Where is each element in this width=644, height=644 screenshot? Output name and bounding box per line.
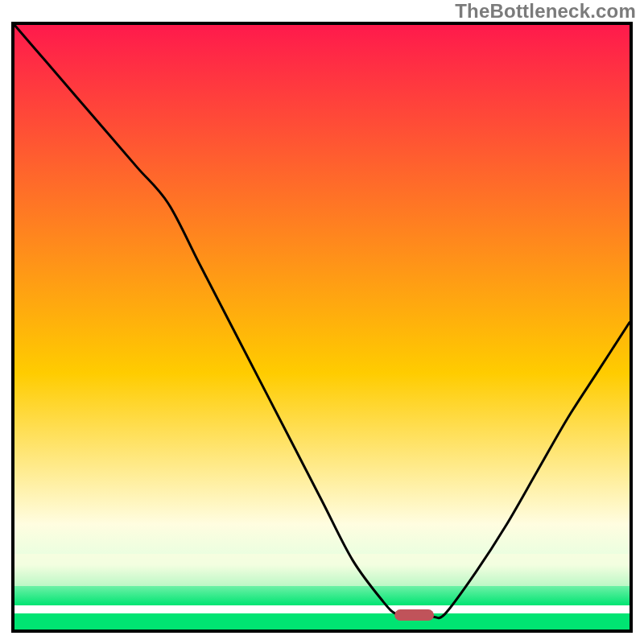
- chart-container: { "watermark": "TheBottleneck.com", "col…: [0, 0, 644, 644]
- bottleneck-chart: [0, 0, 644, 644]
- gradient-background: [14, 25, 630, 605]
- pale-band: [14, 554, 630, 586]
- green-band: [14, 613, 630, 630]
- valley-marker: [394, 609, 434, 621]
- watermark-text: TheBottleneck.com: [455, 0, 636, 23]
